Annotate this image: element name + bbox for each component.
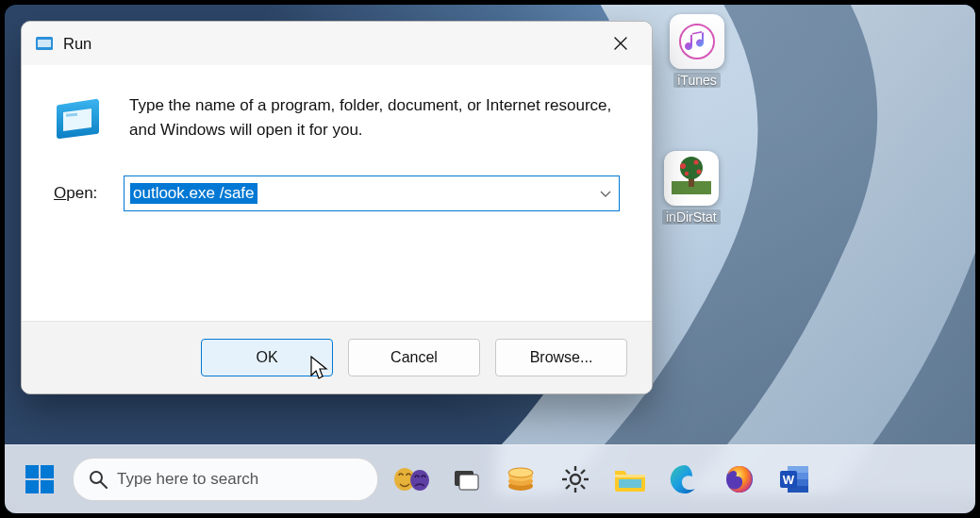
- settings-button[interactable]: [554, 458, 597, 501]
- dialog-button-bar: OK Cancel Browse...: [22, 321, 652, 393]
- dialog-description: Type the name of a program, folder, docu…: [129, 93, 620, 143]
- svg-point-5: [693, 160, 698, 165]
- svg-rect-14: [41, 480, 54, 493]
- taskbar-app-masks[interactable]: [390, 458, 433, 501]
- run-dialog: Run Type the name: [21, 21, 653, 394]
- taskbar-app-coins[interactable]: [499, 458, 542, 501]
- close-icon: [614, 37, 627, 50]
- cancel-button[interactable]: Cancel: [348, 339, 480, 376]
- svg-rect-9: [38, 40, 51, 47]
- svg-point-25: [571, 475, 580, 484]
- desktop-icon-itunes[interactable]: iTunes: [670, 14, 724, 88]
- svg-point-24: [508, 468, 533, 477]
- taskbar-search[interactable]: Type here to search: [73, 458, 378, 501]
- masks-icon: [391, 463, 431, 495]
- svg-point-4: [680, 163, 686, 169]
- svg-point-7: [685, 172, 689, 175]
- open-input-value: outlook.exe /safe: [130, 183, 257, 204]
- folder-icon: [613, 465, 647, 493]
- windirstat-icon: [664, 151, 719, 206]
- word-button[interactable]: W: [772, 458, 816, 501]
- svg-rect-13: [25, 480, 39, 493]
- svg-line-31: [581, 485, 585, 489]
- file-explorer-button[interactable]: [608, 458, 652, 501]
- svg-point-6: [696, 170, 701, 175]
- desktop-icon-windirstat[interactable]: inDirStat: [662, 151, 721, 225]
- svg-line-30: [566, 470, 570, 474]
- itunes-icon: [670, 14, 724, 69]
- desktop-icon-label: iTunes: [673, 73, 721, 88]
- word-icon: W: [778, 463, 810, 495]
- open-label: Open:: [54, 184, 110, 203]
- desktop-icon-label: inDirStat: [662, 209, 721, 225]
- edge-button[interactable]: [663, 458, 706, 501]
- svg-text:W: W: [783, 473, 795, 487]
- svg-point-18: [410, 470, 429, 491]
- gear-icon: [560, 464, 590, 494]
- browse-button[interactable]: Browse...: [495, 339, 627, 376]
- svg-rect-20: [459, 475, 478, 490]
- ok-button[interactable]: OK: [201, 339, 333, 376]
- taskbar: Type here to search: [5, 444, 975, 513]
- firefox-button[interactable]: [718, 458, 761, 501]
- svg-line-33: [566, 485, 570, 489]
- firefox-icon: [723, 463, 756, 495]
- svg-line-16: [101, 482, 107, 488]
- svg-rect-34: [619, 479, 641, 488]
- start-button[interactable]: [18, 458, 61, 501]
- dialog-title: Run: [63, 35, 91, 53]
- task-view-button[interactable]: [444, 458, 488, 501]
- titlebar[interactable]: Run: [22, 22, 652, 65]
- run-titlebar-icon: [35, 34, 54, 53]
- run-dialog-icon: [54, 93, 103, 142]
- svg-point-15: [91, 472, 102, 483]
- search-placeholder: Type here to search: [117, 470, 258, 489]
- edge-icon: [669, 463, 701, 495]
- close-button[interactable]: [599, 28, 642, 58]
- open-combobox[interactable]: outlook.exe /safe: [124, 175, 620, 211]
- svg-rect-12: [41, 465, 54, 478]
- search-icon: [89, 470, 108, 489]
- windows-logo-icon: [24, 463, 56, 495]
- coins-icon: [505, 465, 537, 493]
- chevron-down-icon: [600, 185, 611, 202]
- svg-rect-11: [25, 465, 39, 478]
- task-view-icon: [452, 465, 480, 493]
- svg-line-32: [581, 470, 585, 474]
